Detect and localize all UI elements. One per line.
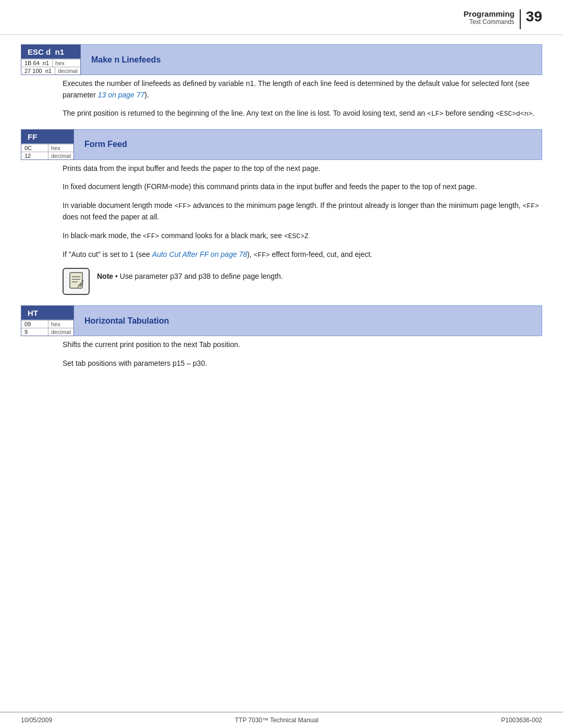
cmd-decimal-val-esc: 27 100 n1 (21, 67, 55, 75)
cmd-hex-val-ff: 0C (21, 144, 48, 152)
cmd-decimal-type-ff: decimal (48, 152, 74, 159)
note-block-ff: Note • Use parameter p37 and p38 to defi… (63, 268, 542, 295)
link-auto-cut[interactable]: Auto Cut After FF on page 78 (152, 250, 247, 258)
cmd-row-decimal-ht: 9 decimal (21, 328, 74, 336)
command-block-ff: FF 0C hex 12 decimal Form Feed (21, 129, 542, 160)
link-13[interactable]: 13 on page 77 (98, 91, 145, 99)
main-content: ESC d n1 1B 64 n1 hex 27 100 n1 decimal … (0, 44, 563, 369)
cmd-row-decimal-esc: 27 100 n1 decimal (21, 67, 80, 75)
note-icon (63, 268, 90, 295)
cmd-label-esc-d-n1: ESC d n1 (21, 45, 80, 59)
header-subsection: Text Commands (463, 18, 515, 26)
cmd-label-ht: HT (21, 306, 74, 320)
cmd-decimal-type-esc: decimal (55, 67, 80, 75)
note-label: Note (97, 272, 113, 280)
cmd-hex-type-ht: hex (48, 320, 72, 328)
cmd-row-hex-esc: 1B 64 n1 hex (21, 59, 80, 67)
cmd-decimal-type-ht: decimal (48, 328, 74, 336)
cmd-box-ht: HT 09 hex 9 decimal (21, 305, 74, 336)
command-block-ht: HT 09 hex 9 decimal Horizontal Tabulatio… (21, 305, 542, 336)
note-content: Use parameter p37 and p38 to define page… (120, 272, 283, 280)
ht-desc-2: Set tab positions with parameters p15 – … (63, 358, 542, 369)
footer-doc-number: P1003636-002 (501, 717, 542, 724)
header-page-number: 39 (526, 9, 542, 24)
cmd-rows-ff: 0C hex 12 decimal (21, 144, 74, 159)
cmd-hex-val-esc: 1B 64 n1 (21, 59, 53, 67)
ff-desc-2: In fixed document length (FORM-mode) thi… (63, 181, 542, 193)
ff-desc-4: In black-mark mode, the <FF> command loo… (63, 230, 542, 242)
esc-desc-1: Executes the number of linefeeds as defi… (63, 78, 542, 101)
cmd-hex-type-ff: hex (48, 144, 72, 152)
cmd-title-area-ff: Form Feed (74, 129, 542, 160)
cmd-rows-esc-d-n1: 1B 64 n1 hex 27 100 n1 decimal (21, 59, 80, 75)
ff-desc-1: Prints data from the input buffer and fe… (63, 163, 542, 175)
cmd-row-hex-ht: 09 hex (21, 320, 74, 328)
ff-desc-5: If "Auto cut" is set to 1 (see Auto Cut … (63, 249, 542, 261)
cmd-title-ht: Horizontal Tabulation (84, 316, 169, 326)
page-header: Programming Text Commands 39 (0, 0, 563, 35)
cmd-title-area-ht: Horizontal Tabulation (74, 305, 542, 336)
cmd-title-area-esc: Make n Linefeeds (81, 44, 542, 75)
ff-desc-3: In variable document length mode <FF> ad… (63, 200, 542, 223)
note-text-ff: Note • Use parameter p37 and p38 to defi… (97, 268, 283, 282)
cmd-rows-ht: 09 hex 9 decimal (21, 320, 74, 336)
header-section: Programming (463, 9, 515, 18)
cmd-title-ff: Form Feed (84, 140, 127, 149)
cmd-row-hex-ff: 0C hex (21, 144, 74, 152)
footer-date: 10/05/2009 (21, 717, 52, 724)
cmd-label-ff: FF (21, 130, 74, 144)
cmd-decimal-val-ff: 12 (21, 152, 48, 159)
cmd-hex-type-esc: hex (53, 59, 76, 67)
cmd-box-ff: FF 0C hex 12 decimal (21, 129, 74, 160)
note-pencil-svg (67, 272, 85, 291)
cmd-hex-val-ht: 09 (21, 320, 48, 328)
footer-title: TTP 7030™ Technical Manual (235, 717, 319, 724)
cmd-title-esc: Make n Linefeeds (91, 55, 161, 65)
cmd-box-esc-d-n1: ESC d n1 1B 64 n1 hex 27 100 n1 decimal (21, 44, 81, 75)
cmd-row-decimal-ff: 12 decimal (21, 152, 74, 159)
page-footer: 10/05/2009 TTP 7030™ Technical Manual P1… (0, 712, 563, 728)
command-block-esc-d-n1: ESC d n1 1B 64 n1 hex 27 100 n1 decimal … (21, 44, 542, 75)
cmd-decimal-val-ht: 9 (21, 328, 48, 336)
esc-desc-2: The print position is returned to the be… (63, 108, 542, 119)
ht-desc-1: Shifts the current print position to the… (63, 339, 542, 351)
header-divider (520, 9, 521, 29)
header-text-block: Programming Text Commands (463, 9, 515, 26)
